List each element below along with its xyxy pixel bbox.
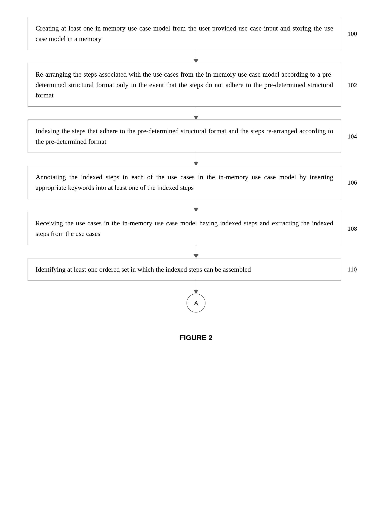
- step-text-110: Identifying at least one ordered set in …: [36, 266, 251, 273]
- step-row-102: Re-arranging the steps associated with t…: [28, 63, 364, 107]
- figure-caption: FIGURE 2: [180, 333, 213, 342]
- step-label-108: 108: [348, 225, 364, 232]
- step-box-100: Creating at least one in-memory use case…: [28, 17, 341, 50]
- arrow-104-106: [39, 153, 353, 166]
- step-row-108: Receiving the use cases in the in-memory…: [28, 212, 364, 245]
- arrow-108-110: [39, 245, 353, 258]
- arrow-106-108: [39, 199, 353, 212]
- arrow-110-connector: [39, 281, 353, 294]
- step-text-104: Indexing the steps that adhere to the pr…: [36, 127, 333, 145]
- step-row-100: Creating at least one in-memory use case…: [28, 17, 364, 50]
- connector-circle-a: A: [187, 294, 205, 313]
- step-box-102: Re-arranging the steps associated with t…: [28, 63, 341, 107]
- step-row-104: Indexing the steps that adhere to the pr…: [28, 120, 364, 153]
- step-row-110: Identifying at least one ordered set in …: [28, 258, 364, 281]
- step-label-102: 102: [348, 81, 364, 89]
- flowchart: Creating at least one in-memory use case…: [28, 17, 364, 342]
- connector-label-a: A: [194, 299, 198, 307]
- step-label-110: 110: [348, 266, 364, 273]
- step-box-110: Identifying at least one ordered set in …: [28, 258, 341, 281]
- step-box-108: Receiving the use cases in the in-memory…: [28, 212, 341, 245]
- step-text-106: Annotating the indexed steps in each of …: [36, 173, 333, 191]
- step-label-106: 106: [348, 179, 364, 186]
- step-text-102: Re-arranging the steps associated with t…: [36, 70, 333, 99]
- step-text-100: Creating at least one in-memory use case…: [36, 24, 333, 42]
- step-box-104: Indexing the steps that adhere to the pr…: [28, 120, 341, 153]
- step-label-104: 104: [348, 133, 364, 140]
- step-text-108: Receiving the use cases in the in-memory…: [36, 219, 333, 237]
- arrow-102-104: [39, 107, 353, 120]
- arrow-100-102: [39, 50, 353, 63]
- step-row-106: Annotating the indexed steps in each of …: [28, 166, 364, 199]
- step-label-100: 100: [348, 30, 364, 37]
- step-box-106: Annotating the indexed steps in each of …: [28, 166, 341, 199]
